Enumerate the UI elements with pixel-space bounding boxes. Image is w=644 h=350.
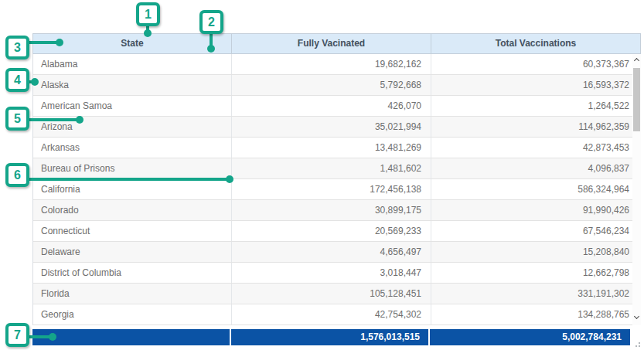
callout-7-anchor-dot [49, 333, 56, 341]
table-row[interactable]: Colorado 30,899,175 91,990,426 [33, 200, 640, 221]
table-row[interactable]: Georgia 42,754,302 134,288,765 [33, 304, 640, 325]
cell-total-vaccinations: 134,288,765 [431, 304, 640, 325]
annotation-callout-6: 6 [5, 163, 29, 187]
scroll-down-button[interactable] [632, 313, 641, 324]
annotation-callout-3: 3 [5, 36, 29, 59]
cell-total-vaccinations: 15,208,840 [431, 242, 640, 262]
scrollbar-thumb[interactable] [633, 68, 640, 131]
cell-fully-vaccinated: 5,792,668 [232, 75, 431, 95]
cell-total-vaccinations: 60,373,367 [431, 54, 640, 74]
cell-state: Florida [33, 284, 232, 304]
table-row[interactable]: Arkansas 13,481,269 42,873,453 [33, 138, 640, 158]
cell-state: Alabama [33, 54, 232, 74]
cell-fully-vaccinated: 42,754,302 [232, 304, 431, 325]
cell-fully-vaccinated: 20,569,233 [232, 221, 431, 241]
callout-6-connector [23, 178, 230, 181]
list-table: State Fully Vacinated Total Vaccinations… [32, 33, 641, 345]
cell-total-vaccinations: 67,546,234 [431, 221, 640, 241]
cell-state: American Samoa [33, 96, 232, 116]
cell-total-vaccinations: 42,873,453 [431, 138, 640, 158]
totals-cell-fully-vaccinated: 1,576,013,515 [231, 329, 430, 345]
column-header-total-vaccinations[interactable]: Total Vaccinations [431, 34, 640, 53]
cell-fully-vaccinated: 426,070 [232, 96, 431, 116]
table-row[interactable]: California 172,456,138 586,324,964 [33, 179, 640, 200]
callout-7-label: 7 [14, 328, 21, 342]
chevron-down-icon [634, 314, 639, 319]
table-row[interactable]: Arizona 35,021,994 114,962,359 [33, 117, 640, 138]
cell-fully-vaccinated: 19,682,162 [232, 54, 431, 74]
cell-state: District of Columbia [33, 263, 232, 283]
totals-cell-total-vaccinations: 5,002,784,231 [430, 329, 630, 345]
vertical-scrollbar[interactable] [632, 54, 641, 325]
cell-state: Bureau of Prisons [33, 158, 232, 178]
cell-state: Alaska [33, 75, 232, 95]
callout-1-anchor-dot [144, 29, 152, 37]
table-row[interactable]: American Samoa 426,070 1,264,522 [33, 96, 640, 117]
cell-state: Colorado [33, 200, 232, 220]
cell-fully-vaccinated: 3,018,447 [232, 263, 431, 283]
cell-fully-vaccinated: 35,021,994 [232, 117, 431, 137]
callout-3-anchor-dot [56, 39, 63, 46]
resize-grip-icon[interactable] [634, 341, 640, 347]
cell-fully-vaccinated: 172,456,138 [232, 179, 431, 199]
table-body: Alabama 19,682,162 60,373,367 Alaska 5,7… [32, 54, 641, 325]
callout-6-label: 6 [14, 168, 21, 182]
table-row[interactable]: Connecticut 20,569,233 67,546,234 [33, 221, 640, 242]
annotation-callout-7: 7 [5, 323, 29, 347]
cell-fully-vaccinated: 30,899,175 [232, 200, 431, 220]
cell-state: Georgia [33, 304, 232, 325]
callout-5-connector [23, 118, 80, 121]
cell-fully-vaccinated: 13,481,269 [232, 138, 431, 158]
cell-fully-vaccinated: 4,656,497 [232, 242, 431, 262]
cell-total-vaccinations: 16,593,372 [431, 75, 640, 95]
callout-4-label: 4 [14, 73, 21, 87]
annotation-callout-2: 2 [199, 10, 223, 34]
callout-2-label: 2 [208, 15, 215, 29]
callout-5-anchor-dot [76, 116, 83, 124]
cell-state: Connecticut [33, 221, 232, 241]
cell-state: California [33, 179, 232, 199]
table-row[interactable]: Alabama 19,682,162 60,373,367 [33, 54, 640, 75]
table-row[interactable]: Bureau of Prisons 1,481,602 4,096,837 [33, 158, 640, 179]
table-row[interactable]: Alaska 5,792,668 16,593,372 [33, 75, 640, 96]
table-row[interactable]: Florida 105,128,451 331,191,302 [33, 284, 640, 304]
scroll-up-button[interactable] [632, 55, 641, 66]
callout-3-label: 3 [14, 41, 21, 55]
table-row[interactable]: Delaware 4,656,497 15,208,840 [33, 242, 640, 263]
cell-total-vaccinations: 91,990,426 [431, 200, 640, 220]
callout-5-label: 5 [14, 112, 21, 126]
cell-total-vaccinations: 1,264,522 [431, 96, 640, 116]
cell-total-vaccinations: 4,096,837 [431, 158, 640, 178]
annotation-callout-4: 4 [5, 68, 29, 92]
callout-6-anchor-dot [226, 175, 233, 183]
callout-1-label: 1 [145, 8, 152, 22]
cell-fully-vaccinated: 1,481,602 [232, 158, 431, 178]
annotation-callout-5: 5 [5, 107, 29, 131]
totals-row: 1,576,013,515 5,002,784,231 [32, 329, 630, 345]
cell-total-vaccinations: 12,662,798 [431, 263, 640, 283]
totals-cell-state [32, 329, 231, 345]
cell-total-vaccinations: 114,962,359 [431, 117, 640, 137]
column-header-fully-vaccinated[interactable]: Fully Vacinated [232, 34, 431, 53]
cell-state: Delaware [33, 242, 232, 262]
table-header-row: State Fully Vacinated Total Vaccinations [32, 33, 641, 54]
screenshot-root: State Fully Vacinated Total Vaccinations… [0, 0, 644, 350]
callout-4-anchor-dot [31, 78, 39, 86]
cell-fully-vaccinated: 105,128,451 [232, 284, 431, 304]
annotation-callout-1: 1 [136, 2, 160, 26]
callout-2-anchor-dot [207, 45, 215, 53]
chevron-up-icon [634, 58, 639, 63]
cell-state: Arkansas [33, 138, 232, 158]
table-row[interactable]: District of Columbia 3,018,447 12,662,79… [33, 263, 640, 284]
cell-total-vaccinations: 331,191,302 [431, 284, 640, 304]
cell-total-vaccinations: 586,324,964 [431, 179, 640, 199]
